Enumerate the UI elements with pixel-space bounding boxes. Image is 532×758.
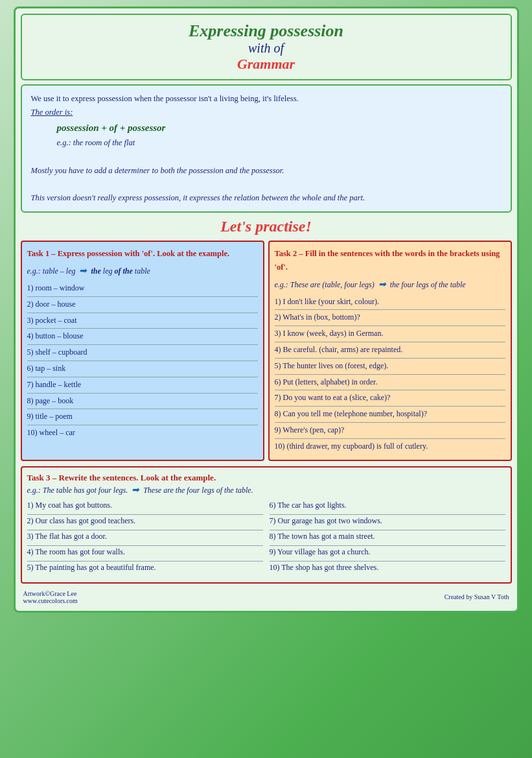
task1-item-2: 2) door – house — [27, 297, 258, 313]
task1-item-8: 8) page – book — [27, 394, 258, 410]
grammar-line1: We use it to express possession when the… — [31, 92, 502, 106]
task1-item-3: 3) pocket – coat — [27, 313, 258, 329]
task1-items: 1) room – window 2) door – house 3) pock… — [27, 281, 258, 441]
grammar-box: We use it to express possession when the… — [21, 84, 512, 213]
grammar-example: e.g.: the room of the flat — [57, 136, 502, 150]
task3-title: Task 3 – Rewrite the sentences. Look at … — [27, 473, 505, 483]
task1-example: e.g.: table – leg ➡ the leg of the table — [27, 263, 258, 278]
task3-col1-item5: 5) The painting has got a beautiful fram… — [27, 562, 263, 577]
task1-example-post: leg of the table — [103, 266, 150, 276]
task3-columns: 1) My coat has got buttons. 2) Our class… — [27, 499, 505, 577]
task2-item-4: 4) Be careful. (chair, arms) are repaint… — [275, 342, 505, 359]
task2-box: Task 2 – Fill in the sentences with the … — [268, 241, 512, 460]
task1-item-6: 6) tap – sink — [27, 361, 258, 377]
task3-box: Task 3 – Rewrite the sentences. Look at … — [21, 466, 512, 584]
task1-item-5: 5) shelf – cupboard — [27, 345, 258, 361]
task3-col2-item1: 6) The car has got lights. — [270, 499, 505, 515]
section-title: Let's practise! — [21, 218, 512, 235]
task2-item-2: 2) What's in (box, bottom)? — [275, 310, 505, 326]
order-label: The order is: — [31, 108, 73, 117]
task1-item-7: 7) handle – kettle — [27, 377, 258, 394]
task2-item-7: 7) Do you want to eat a (slice, cake)? — [275, 390, 505, 407]
footer-created: Created by Susan V Toth — [445, 593, 509, 600]
header: Expressing possession with of Grammar — [21, 14, 512, 80]
task1-item-1: 1) room – window — [27, 281, 258, 297]
task1-title: Task 1 – Express possession with 'of'. L… — [27, 247, 258, 261]
title-with: with of — [29, 41, 504, 56]
task3-col2-item5: 10) The shop has got three shelves. — [270, 562, 505, 577]
task2-example-pre: e.g.: These are (table, four legs) — [275, 280, 375, 289]
task3-col1-item1: 1) My coat has got buttons. — [27, 499, 263, 515]
task1-item-10: 10) wheel – car — [27, 425, 258, 441]
task1-item-4: 4) button – blouse — [27, 329, 258, 345]
task2-item-8: 8) Can you tell me (telephone number, ho… — [275, 407, 505, 423]
task1-example-bold: the — [91, 266, 100, 276]
task2-arrow: ➡ — [378, 277, 386, 292]
task3-example: e.g.: The table has got four legs. ➡ The… — [27, 484, 505, 495]
task1-arrow: ➡ — [79, 263, 87, 278]
task3-col2: 6) The car has got lights. 7) Our garage… — [270, 499, 505, 577]
page-container: Expressing possession with of Grammar We… — [14, 6, 519, 613]
website-label: www.cutecolors.com — [23, 597, 78, 604]
grammar-note2: This version doesn't really express poss… — [31, 191, 502, 205]
title-grammar: Grammar — [29, 56, 504, 73]
task3-example-pre: e.g.: The table has got four legs. — [27, 486, 128, 495]
task3-arrow: ➡ — [132, 484, 139, 495]
task3-col1-item3: 3) The flat has got a door. — [27, 530, 263, 546]
task2-item-5: 5) The hunter lives on (forest, edge). — [275, 359, 505, 375]
title-main: Expressing possession — [29, 21, 504, 41]
footer: Artwork©Grace Lee www.cutecolors.com Cre… — [21, 589, 512, 606]
task1-item-9: 9) title – poem — [27, 409, 258, 425]
task3-col1-item2: 2) Our class has got good teachers. — [27, 515, 263, 530]
task3-example-post: These are the four legs of the table. — [143, 486, 253, 495]
task2-example-post: the four legs of the table — [390, 280, 466, 289]
grammar-formula: possession + of + possessor — [57, 120, 502, 137]
task2-item-3: 3) I know (week, days) in German. — [275, 326, 505, 342]
grammar-note1: Mostly you have to add a determiner to b… — [31, 164, 502, 178]
task3-col2-item2: 7) Our garage has got two windows. — [270, 515, 505, 530]
task1-example-pre: e.g.: table – leg — [27, 266, 76, 276]
task3-col1: 1) My coat has got buttons. 2) Our class… — [27, 499, 263, 577]
task1-box: Task 1 – Express possession with 'of'. L… — [21, 241, 264, 460]
task3-col1-item4: 4) The room has got four walls. — [27, 546, 263, 562]
task2-item-10: 10) (third drawer, my cupboard) is full … — [275, 439, 505, 455]
tasks-row: Task 1 – Express possession with 'of'. L… — [21, 241, 512, 460]
artwork-label: Artwork©Grace Lee — [23, 590, 77, 597]
task3-col2-item4: 9) Your village has got a church. — [270, 546, 505, 562]
task2-title: Task 2 – Fill in the sentences with the … — [275, 247, 505, 274]
footer-artwork: Artwork©Grace Lee www.cutecolors.com — [23, 590, 78, 604]
task2-example: e.g.: These are (table, four legs) ➡ the… — [275, 277, 505, 292]
task2-items: 1) I don't like (your skirt, colour). 2)… — [275, 294, 505, 455]
task2-item-6: 6) Put (letters, alphabet) in order. — [275, 375, 505, 391]
task3-col2-item3: 8) The town has got a main street. — [270, 530, 505, 546]
task2-item-1: 1) I don't like (your skirt, colour). — [275, 294, 505, 311]
task2-item-9: 9) Where's (pen, cap)? — [275, 423, 505, 439]
